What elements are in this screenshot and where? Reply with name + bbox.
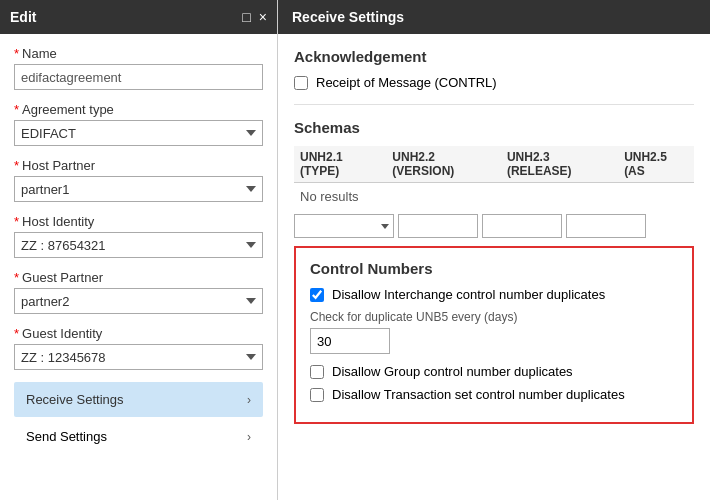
receipt-label: Receipt of Message (CONTRL) <box>316 75 497 90</box>
disallow-group-checkbox[interactable] <box>310 365 324 379</box>
schemas-col-release: UNH2.3 (RELEASE) <box>501 146 618 183</box>
guest-partner-select[interactable]: partner2 <box>14 288 263 314</box>
nav-receive-settings-label: Receive Settings <box>26 392 124 407</box>
disallow-interchange-row: Disallow Interchange control number dupl… <box>310 287 678 302</box>
guest-identity-field-group: *Guest Identity ZZ : 12345678 <box>14 326 263 370</box>
guest-partner-label: *Guest Partner <box>14 270 263 285</box>
disallow-group-label: Disallow Group control number duplicates <box>332 364 573 379</box>
left-panel: Edit □ × *Name *Agreement type EDIFACT *… <box>0 0 278 500</box>
disallow-transaction-checkbox[interactable] <box>310 388 324 402</box>
host-identity-select[interactable]: ZZ : 87654321 <box>14 232 263 258</box>
nav-send-settings-label: Send Settings <box>26 429 107 444</box>
left-header-icons: □ × <box>242 10 267 24</box>
acknowledgement-title: Acknowledgement <box>294 48 694 65</box>
disallow-transaction-label: Disallow Transaction set control number … <box>332 387 625 402</box>
schemas-version-input[interactable] <box>398 214 478 238</box>
receipt-checkbox-row: Receipt of Message (CONTRL) <box>294 75 694 90</box>
guest-identity-label: *Guest Identity <box>14 326 263 341</box>
host-identity-field-group: *Host Identity ZZ : 87654321 <box>14 214 263 258</box>
receive-settings-chevron-icon: › <box>247 393 251 407</box>
right-header: Receive Settings <box>278 0 710 34</box>
control-numbers-box: Control Numbers Disallow Interchange con… <box>294 246 694 424</box>
right-header-title: Receive Settings <box>292 9 404 25</box>
right-content: Acknowledgement Receipt of Message (CONT… <box>278 34 710 500</box>
schemas-col-as: UNH2.5 (AS <box>618 146 694 183</box>
receipt-checkbox[interactable] <box>294 76 308 90</box>
days-input[interactable] <box>310 328 390 354</box>
guest-partner-required-star: * <box>14 270 19 285</box>
schemas-title: Schemas <box>294 119 694 136</box>
guest-partner-field-group: *Guest Partner partner2 <box>14 270 263 314</box>
left-header-title: Edit <box>10 9 36 25</box>
schemas-table: UNH2.1 (TYPE) UNH2.2 (VERSION) UNH2.3 (R… <box>294 146 694 183</box>
schemas-section: Schemas UNH2.1 (TYPE) UNH2.2 (VERSION) U… <box>294 119 694 238</box>
name-label: *Name <box>14 46 263 61</box>
disallow-group-row: Disallow Group control number duplicates <box>310 364 678 379</box>
ack-schemas-divider <box>294 104 694 105</box>
host-partner-required-star: * <box>14 158 19 173</box>
host-partner-select[interactable]: partner1 <box>14 176 263 202</box>
agreement-type-required-star: * <box>14 102 19 117</box>
nav-item-send-settings[interactable]: Send Settings › <box>14 419 263 454</box>
right-panel: Receive Settings Acknowledgement Receipt… <box>278 0 710 500</box>
schemas-release-input[interactable] <box>482 214 562 238</box>
name-field-group: *Name <box>14 46 263 90</box>
schemas-no-results: No results <box>294 183 694 210</box>
schemas-col-version: UNH2.2 (VERSION) <box>386 146 501 183</box>
schemas-add-row <box>294 214 694 238</box>
host-identity-required-star: * <box>14 214 19 229</box>
schemas-type-select[interactable] <box>294 214 394 238</box>
close-icon[interactable]: × <box>259 10 267 24</box>
host-partner-field-group: *Host Partner partner1 <box>14 158 263 202</box>
nav-section: Receive Settings › Send Settings › <box>14 382 263 454</box>
name-input[interactable] <box>14 64 263 90</box>
host-partner-label: *Host Partner <box>14 158 263 173</box>
control-numbers-title: Control Numbers <box>310 260 678 277</box>
disallow-interchange-checkbox[interactable] <box>310 288 324 302</box>
left-header: Edit □ × <box>0 0 277 34</box>
left-content: *Name *Agreement type EDIFACT *Host Part… <box>0 34 277 500</box>
disallow-interchange-label: Disallow Interchange control number dupl… <box>332 287 605 302</box>
check-duplicate-label: Check for duplicate UNB5 every (days) <box>310 310 678 324</box>
guest-identity-select[interactable]: ZZ : 12345678 <box>14 344 263 370</box>
agreement-type-select[interactable]: EDIFACT <box>14 120 263 146</box>
schemas-as-input[interactable] <box>566 214 646 238</box>
agreement-type-label: *Agreement type <box>14 102 263 117</box>
nav-item-receive-settings[interactable]: Receive Settings › <box>14 382 263 417</box>
disallow-transaction-row: Disallow Transaction set control number … <box>310 387 678 402</box>
send-settings-chevron-icon: › <box>247 430 251 444</box>
guest-identity-required-star: * <box>14 326 19 341</box>
agreement-type-field-group: *Agreement type EDIFACT <box>14 102 263 146</box>
minimize-icon[interactable]: □ <box>242 10 250 24</box>
host-identity-label: *Host Identity <box>14 214 263 229</box>
schemas-col-type: UNH2.1 (TYPE) <box>294 146 386 183</box>
name-required-star: * <box>14 46 19 61</box>
